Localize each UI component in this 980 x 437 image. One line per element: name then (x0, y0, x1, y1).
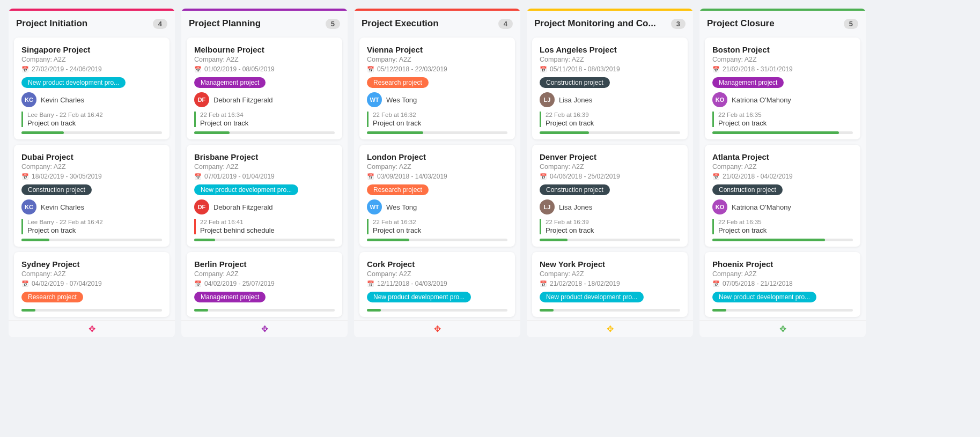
progress-bar-fill (367, 239, 409, 241)
progress-bar-fill (712, 239, 825, 241)
card-title: Phoenix Project (712, 260, 853, 269)
progress-bar-bg (21, 239, 162, 241)
move-icon[interactable]: ✥ (607, 324, 614, 334)
card-dates-text: 07/05/2018 - 21/12/2018 (723, 280, 793, 287)
move-icon[interactable]: ✥ (89, 324, 95, 334)
card-tag: Management project (194, 77, 266, 88)
comment-text: Project behind schedule (200, 226, 335, 234)
card-tag: New product development pro... (21, 77, 126, 88)
column-footer: ✥ (354, 320, 520, 337)
column-footer: ✥ (527, 320, 693, 337)
progress-bar-fill (367, 131, 423, 134)
card-dates-text: 18/02/2019 - 30/05/2019 (32, 173, 102, 180)
move-icon[interactable]: ✥ (779, 324, 786, 334)
card-title: Cork Project (367, 260, 507, 269)
comment-section: Lee Barry - 22 Feb at 16:42Project on tr… (21, 219, 162, 234)
card-dates-text: 21/02/2018 - 18/02/2019 (550, 280, 620, 287)
avatar: WT (367, 92, 382, 107)
column-execution: Project Execution4Vienna ProjectCompany:… (354, 9, 520, 337)
progress-bar-fill (21, 309, 35, 312)
card[interactable]: Atlanta ProjectCompany: A2Z📅21/02/2018 -… (705, 145, 860, 247)
move-icon[interactable]: ✥ (434, 324, 441, 334)
card-dates: 📅07/01/2019 - 01/04/2019 (194, 173, 335, 180)
card-tag: Construction project (540, 77, 610, 88)
kanban-board: Project Initiation4Singapore ProjectComp… (9, 9, 971, 337)
cards-container[interactable]: Boston ProjectCompany: A2Z📅21/02/2018 - … (699, 34, 866, 320)
column-title: Project Monitoring and Co... (534, 18, 656, 29)
column-footer: ✥ (9, 320, 175, 337)
progress-bar-bg (367, 131, 507, 134)
column-count: 4 (498, 19, 513, 29)
card-title: Los Angeles Project (540, 45, 680, 54)
comment-meta: 22 Feb at 16:32 (373, 219, 507, 225)
card-dates-text: 05/11/2018 - 08/03/2019 (550, 65, 620, 73)
card[interactable]: Cork ProjectCompany: A2Z📅12/11/2018 - 04… (359, 252, 515, 317)
assignee-row: WTWes Tong (367, 199, 507, 214)
card[interactable]: Vienna ProjectCompany: A2Z📅05/12/2018 - … (359, 38, 515, 139)
assignee-row: KCKevin Charles (21, 199, 162, 214)
card-dates: 📅05/12/2018 - 22/03/2019 (367, 65, 507, 73)
avatar: KO (712, 199, 727, 214)
card[interactable]: Denver ProjectCompany: A2Z📅04/06/2018 - … (532, 145, 688, 247)
card[interactable]: Melbourne ProjectCompany: A2Z📅01/02/2019… (187, 38, 342, 139)
comment-text: Project on track (718, 119, 853, 127)
comment-text: Project on track (546, 226, 680, 234)
card[interactable]: Singapore ProjectCompany: A2Z📅27/02/2019… (14, 38, 170, 139)
card-company: Company: A2Z (21, 270, 162, 278)
card-company: Company: A2Z (367, 56, 507, 63)
move-icon[interactable]: ✥ (261, 324, 268, 334)
column-header: Project Monitoring and Co...3 (527, 11, 693, 34)
card-tag: New product development pro... (367, 292, 471, 302)
column-count: 5 (844, 19, 858, 29)
progress-bar-bg (712, 309, 853, 312)
card-dates-text: 12/11/2018 - 04/03/2019 (377, 280, 447, 287)
card-tag: Research project (367, 77, 429, 88)
card[interactable]: Los Angeles ProjectCompany: A2Z📅05/11/20… (532, 38, 688, 139)
avatar: WT (367, 199, 382, 214)
column-count: 5 (326, 19, 340, 29)
card-title: Brisbane Project (194, 152, 335, 161)
cards-container[interactable]: Melbourne ProjectCompany: A2Z📅01/02/2019… (181, 34, 348, 320)
progress-bar-bg (712, 239, 853, 241)
assignee-row: LJLisa Jones (540, 92, 680, 107)
calendar-icon: 📅 (194, 173, 202, 180)
card-dates-text: 21/02/2018 - 31/01/2019 (723, 65, 793, 73)
card[interactable]: Sydney ProjectCompany: A2Z📅04/02/2019 - … (14, 252, 170, 317)
progress-bar-fill (194, 131, 230, 134)
card[interactable]: Berlin ProjectCompany: A2Z📅04/02/2019 - … (187, 252, 342, 317)
cards-container[interactable]: Singapore ProjectCompany: A2Z📅27/02/2019… (9, 34, 175, 320)
comment-section: 22 Feb at 16:39Project on track (540, 112, 680, 127)
progress-bar-fill (367, 309, 381, 312)
comment-text: Project on track (373, 226, 507, 234)
comment-text: Project on track (546, 119, 680, 127)
card-dates-text: 03/09/2018 - 14/03/2019 (377, 173, 447, 180)
comment-meta: 22 Feb at 16:39 (546, 219, 680, 225)
progress-bar-fill (194, 309, 208, 312)
assignee-name: Katriona O'Mahony (732, 203, 791, 211)
card[interactable]: Brisbane ProjectCompany: A2Z📅07/01/2019 … (187, 145, 342, 247)
calendar-icon: 📅 (367, 66, 374, 73)
card[interactable]: London ProjectCompany: A2Z📅03/09/2018 - … (359, 145, 515, 247)
progress-bar-bg (712, 131, 853, 134)
card-title: Dubai Project (21, 152, 162, 161)
cards-container[interactable]: Vienna ProjectCompany: A2Z📅05/12/2018 - … (354, 34, 520, 320)
card-company: Company: A2Z (194, 56, 335, 63)
calendar-icon: 📅 (712, 173, 720, 180)
assignee-name: Lisa Jones (559, 96, 592, 104)
card-dates-text: 04/06/2018 - 25/02/2019 (550, 173, 620, 180)
card-dates: 📅03/09/2018 - 14/03/2019 (367, 173, 507, 180)
card[interactable]: Dubai ProjectCompany: A2Z📅18/02/2019 - 3… (14, 145, 170, 247)
progress-bar-bg (194, 131, 335, 134)
progress-bar-fill (540, 131, 589, 134)
comment-section: 22 Feb at 16:39Project on track (540, 219, 680, 234)
card-title: Boston Project (712, 45, 853, 54)
card[interactable]: Phoenix ProjectCompany: A2Z📅07/05/2018 -… (705, 252, 860, 317)
card[interactable]: Boston ProjectCompany: A2Z📅21/02/2018 - … (705, 38, 860, 139)
card[interactable]: New York ProjectCompany: A2Z📅21/02/2018 … (532, 252, 688, 317)
cards-container[interactable]: Los Angeles ProjectCompany: A2Z📅05/11/20… (527, 34, 693, 320)
progress-bar-fill (712, 309, 726, 312)
column-title: Project Initiation (16, 18, 87, 29)
avatar: DF (194, 199, 209, 214)
card-dates: 📅04/06/2018 - 25/02/2019 (540, 173, 680, 180)
comment-meta: 22 Feb at 16:35 (718, 112, 853, 118)
